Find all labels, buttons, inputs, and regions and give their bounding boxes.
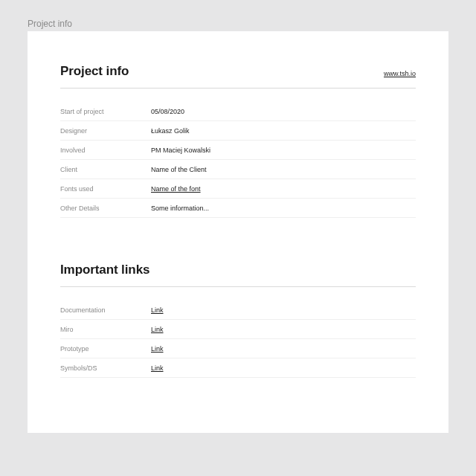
row-label: Symbols/DS — [60, 364, 151, 372]
row-value: PM Maciej Kowalski — [151, 147, 210, 154]
section2-rows: DocumentationLinkMiroLinkPrototypeLinkSy… — [60, 300, 416, 378]
row-value-link[interactable]: Link — [151, 326, 164, 333]
row-label: Client — [60, 166, 151, 173]
row-value: Some information... — [151, 205, 209, 212]
section-gap — [60, 218, 416, 263]
table-row: DesignerŁukasz Golik — [60, 121, 416, 141]
section1-header: Project info www.tsh.io — [60, 64, 416, 79]
table-row: Other DetailsSome information... — [60, 199, 416, 218]
row-label: Documentation — [60, 306, 151, 314]
table-row: PrototypeLink — [60, 339, 416, 358]
header-link[interactable]: www.tsh.io — [384, 70, 416, 79]
section2-header: Important links — [60, 263, 416, 277]
row-label: Fonts used — [60, 185, 151, 193]
sheet: Project info www.tsh.io Start of project… — [28, 31, 448, 433]
row-label: Other Details — [60, 205, 151, 212]
table-row: InvolvedPM Maciej Kowalski — [60, 141, 416, 160]
outer-label: Project info — [28, 19, 72, 29]
row-value-link[interactable]: Link — [151, 364, 164, 372]
row-label: Miro — [60, 326, 151, 333]
row-label: Start of project — [60, 108, 151, 115]
row-label: Involved — [60, 147, 151, 154]
row-value-link[interactable]: Name of the font — [151, 185, 201, 193]
table-row: Start of project05/08/2020 — [60, 102, 416, 121]
row-value: Name of the Client — [151, 166, 207, 173]
table-row: DocumentationLink — [60, 300, 416, 320]
row-label: Designer — [60, 127, 151, 135]
row-value-link[interactable]: Link — [151, 345, 164, 353]
section1-rows: Start of project05/08/2020DesignerŁukasz… — [60, 102, 416, 218]
section2-rule — [60, 286, 416, 287]
section2-title: Important links — [60, 263, 149, 277]
row-label: Prototype — [60, 345, 151, 353]
row-value: Łukasz Golik — [151, 127, 190, 135]
section1-title: Project info — [60, 64, 129, 79]
table-row: Symbols/DSLink — [60, 358, 416, 378]
section1-rule — [60, 88, 416, 89]
row-value: 05/08/2020 — [151, 108, 184, 115]
table-row: Fonts usedName of the font — [60, 179, 416, 199]
row-value-link[interactable]: Link — [151, 306, 164, 314]
table-row: MiroLink — [60, 320, 416, 339]
table-row: ClientName of the Client — [60, 160, 416, 179]
